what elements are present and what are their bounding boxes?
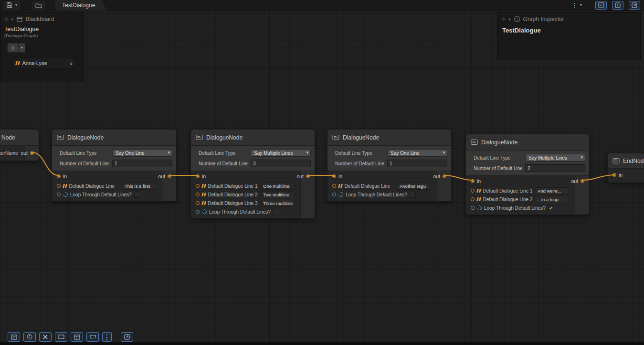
dropdown-value: Say Multiple Lines (254, 151, 293, 156)
node-fields: Default Line Type Say One Line Number of… (52, 146, 176, 171)
inspector-overlay-button[interactable] (23, 332, 36, 342)
chevron-left-icon[interactable]: ‹ (70, 60, 72, 67)
dialogue-line-input[interactable]: ...in a loop (536, 196, 569, 203)
node-title-bar[interactable]: Node (0, 129, 39, 146)
line-port[interactable] (332, 184, 336, 188)
out-port[interactable] (581, 179, 584, 183)
dropdown-value: Say Multiple Lines (528, 155, 567, 161)
save-button[interactable] (4, 1, 14, 9)
blackboard-property[interactable]: Anna-Lyse ‹ (11, 58, 77, 68)
end-node-icon (612, 158, 620, 164)
node-title: EndNode (623, 158, 644, 164)
dialogue-node-icon (471, 139, 478, 145)
num-lines-input[interactable]: 1 (387, 160, 447, 167)
hamburger-icon[interactable]: ≡ (502, 17, 506, 22)
speaker-node[interactable]: Node kerName out (0, 129, 39, 161)
graph-canvas[interactable]: Node kerName out DialogueNode Default Li… (0, 0, 644, 345)
save-dropdown-caret[interactable]: ▾ (14, 3, 19, 7)
out-port[interactable] (168, 174, 171, 178)
line-type-dropdown[interactable]: Say Multiple Lines (525, 154, 585, 162)
num-lines-input[interactable]: 1 (112, 160, 172, 167)
in-port[interactable] (332, 174, 336, 178)
line-port[interactable] (196, 201, 200, 205)
dialogue-line-input[interactable]: This is a first (123, 183, 156, 190)
in-port[interactable] (196, 174, 200, 178)
node-title-bar[interactable]: DialogueNode (327, 129, 451, 146)
dialogue-overlay-button[interactable] (86, 332, 99, 342)
panel-title: Blackboard (26, 16, 54, 22)
overlay-dropdown-caret[interactable]: ▾ (579, 3, 583, 7)
out-port[interactable] (306, 174, 310, 178)
toggle-blackboard-button[interactable] (595, 1, 607, 10)
toggle-inspector-button[interactable] (612, 1, 623, 10)
in-port[interactable] (471, 179, 475, 183)
toggle-minimap-button[interactable] (629, 1, 640, 10)
node-title-bar[interactable]: DialogueNode (466, 134, 589, 151)
blackboard-panel[interactable]: ≡ ▾ Blackboard TestDialogue (DialogueGra… (0, 12, 84, 82)
out-port[interactable] (443, 174, 446, 178)
minimap-overlay-button[interactable] (55, 332, 67, 342)
loop-label: Loop Through Default Lines? (484, 205, 546, 211)
loop-checkbox[interactable] (548, 205, 554, 211)
collapse-caret-icon[interactable]: ▾ (509, 17, 511, 22)
end-node[interactable]: EndNode in (607, 153, 644, 183)
loop-port[interactable] (57, 193, 61, 196)
collapse-caret-icon[interactable]: ▾ (11, 17, 13, 22)
num-lines-input[interactable]: 3 (251, 160, 311, 167)
line-label: Default Dialogue Line 3 (208, 201, 259, 206)
graph-inspector-panel[interactable]: ≡ ▾ Graph Inspector TestDialogue (497, 12, 641, 60)
loop-port[interactable] (332, 193, 336, 196)
blackboard-overlay-button[interactable] (8, 332, 20, 342)
line-label: Default Dialogue Line 2 (483, 197, 534, 202)
line-port[interactable] (196, 193, 200, 196)
line-port[interactable] (196, 184, 200, 188)
dialogue-line-input[interactable]: Three multiline (261, 200, 295, 207)
node-title-bar[interactable]: EndNode (608, 153, 644, 169)
in-port[interactable] (57, 174, 61, 178)
dialogue-line-input[interactable]: And we're... (536, 187, 569, 194)
loop-checkbox[interactable] (410, 192, 416, 198)
dialogue-node-icon (332, 134, 339, 140)
line-type-dropdown[interactable]: Say One Line (112, 149, 172, 157)
dialogue-node[interactable]: DialogueNode Default Line Type Say Multi… (190, 129, 315, 219)
out-port-label: out (433, 173, 440, 179)
quote-icon (16, 61, 20, 65)
line-port[interactable] (471, 189, 475, 193)
line-type-dropdown[interactable]: Say Multiple Lines (251, 149, 311, 157)
line-label: Default Dialogue Line (69, 183, 121, 189)
out-port[interactable] (30, 151, 34, 155)
tools-overlay-button[interactable] (39, 332, 52, 342)
out-port-label: out (296, 173, 304, 179)
node-title: Node (1, 134, 15, 141)
in-port-label: in (338, 173, 342, 179)
dialogue-node[interactable]: DialogueNode Default Line Type Say One L… (52, 129, 177, 202)
graph-tab[interactable]: TestDialogue (55, 0, 106, 11)
in-port[interactable] (612, 173, 616, 177)
loop-checkbox[interactable] (134, 192, 140, 198)
line-port[interactable] (471, 197, 475, 201)
dialogue-node[interactable]: DialogueNode Default Line Type Say Multi… (465, 134, 590, 215)
kebab-menu-button[interactable]: ⋮ (571, 2, 579, 9)
dialogue-line-input[interactable]: Another regu (398, 183, 431, 190)
add-property-dropdown[interactable]: ▾ (19, 43, 25, 53)
dialogue-line-input[interactable]: Two multiline (261, 191, 295, 198)
num-lines-input[interactable]: 2 (525, 164, 585, 172)
loop-port[interactable] (196, 210, 200, 214)
overlay-kebab-button[interactable]: ⋮ (102, 332, 112, 342)
fullscreen-overlay-button[interactable] (121, 332, 133, 342)
line-type-dropdown[interactable]: Say One Line (387, 149, 447, 157)
node-title-bar[interactable]: DialogueNode (191, 129, 315, 146)
add-property-button[interactable]: + (7, 43, 19, 53)
node-fields: Default Line Type Say Multiple Lines Num… (191, 146, 315, 171)
open-asset-button[interactable] (32, 1, 45, 10)
quote-icon (63, 184, 67, 188)
dialogue-line-input[interactable]: One multiline (261, 183, 295, 190)
loop-checkbox[interactable] (273, 209, 279, 215)
graph-overlay-button[interactable] (71, 332, 83, 342)
node-title: DialogueNode (481, 139, 517, 146)
line-port[interactable] (57, 184, 61, 188)
hamburger-icon[interactable]: ≡ (4, 17, 8, 22)
dialogue-node[interactable]: DialogueNode Default Line Type Say One L… (327, 129, 452, 202)
loop-port[interactable] (471, 206, 475, 210)
node-title-bar[interactable]: DialogueNode (52, 129, 176, 146)
